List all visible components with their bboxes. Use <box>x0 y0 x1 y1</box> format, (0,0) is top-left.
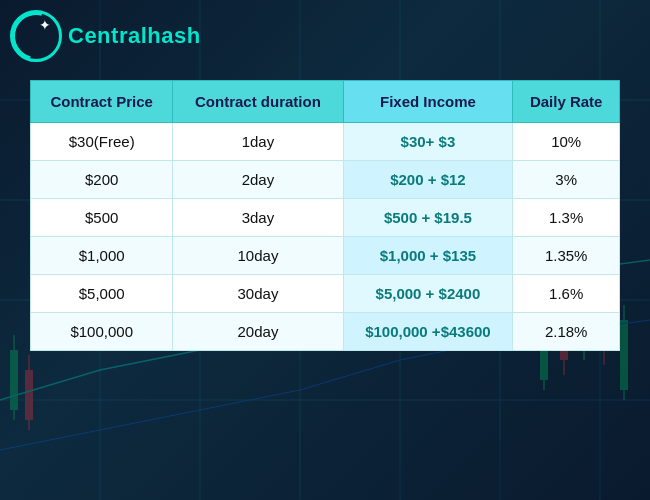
cell-fixed-income: $1,000 + $135 <box>343 237 513 275</box>
header-fixed-income: Fixed Income <box>343 81 513 123</box>
cell-fixed-income: $500 + $19.5 <box>343 199 513 237</box>
cell-contract-duration: 2day <box>173 161 343 199</box>
table-row: $5003day$500 + $19.51.3% <box>31 199 620 237</box>
cell-contract-price: $100,000 <box>31 313 173 351</box>
table-row: $5,00030day$5,000 + $24001.6% <box>31 275 620 313</box>
table-row: $2002day$200 + $123% <box>31 161 620 199</box>
logo-text: Centralhash <box>68 23 201 49</box>
table-row: $30(Free)1day$30+ $310% <box>31 123 620 161</box>
cell-fixed-income: $5,000 + $2400 <box>343 275 513 313</box>
cell-fixed-income: $200 + $12 <box>343 161 513 199</box>
cell-fixed-income: $100,000 +$43600 <box>343 313 513 351</box>
cell-daily-rate: 1.3% <box>513 199 620 237</box>
cell-daily-rate: 1.6% <box>513 275 620 313</box>
table-body: $30(Free)1day$30+ $310%$2002day$200 + $1… <box>31 123 620 351</box>
pricing-table-wrapper: Contract Price Contract duration Fixed I… <box>30 80 620 351</box>
table-row: $100,00020day$100,000 +$436002.18% <box>31 313 620 351</box>
cell-contract-duration: 3day <box>173 199 343 237</box>
cell-contract-price: $200 <box>31 161 173 199</box>
cell-fixed-income: $30+ $3 <box>343 123 513 161</box>
logo-area: Centralhash <box>10 10 201 62</box>
table-header-row: Contract Price Contract duration Fixed I… <box>31 81 620 123</box>
table-row: $1,00010day$1,000 + $1351.35% <box>31 237 620 275</box>
cell-contract-duration: 1day <box>173 123 343 161</box>
cell-contract-price: $30(Free) <box>31 123 173 161</box>
cell-contract-price: $5,000 <box>31 275 173 313</box>
header-daily-rate: Daily Rate <box>513 81 620 123</box>
cell-contract-duration: 20day <box>173 313 343 351</box>
cell-contract-price: $1,000 <box>31 237 173 275</box>
logo-arc <box>3 3 69 69</box>
cell-contract-duration: 10day <box>173 237 343 275</box>
header-contract-duration: Contract duration <box>173 81 343 123</box>
cell-daily-rate: 10% <box>513 123 620 161</box>
logo-brand: Central <box>68 23 147 48</box>
logo-icon <box>10 10 62 62</box>
cell-daily-rate: 3% <box>513 161 620 199</box>
cell-contract-duration: 30day <box>173 275 343 313</box>
pricing-table: Contract Price Contract duration Fixed I… <box>30 80 620 351</box>
logo-accent: hash <box>147 23 200 48</box>
cell-contract-price: $500 <box>31 199 173 237</box>
header-contract-price: Contract Price <box>31 81 173 123</box>
cell-daily-rate: 1.35% <box>513 237 620 275</box>
cell-daily-rate: 2.18% <box>513 313 620 351</box>
